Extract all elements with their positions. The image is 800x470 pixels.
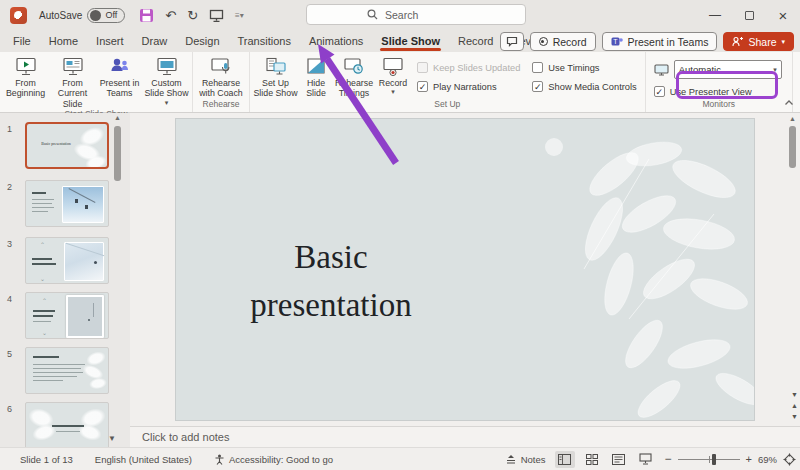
tab-transitions[interactable]: Transitions: [229, 32, 300, 50]
slide-counter[interactable]: Slide 1 of 13: [20, 454, 73, 465]
teams-people-icon: [109, 56, 131, 76]
maximize-button[interactable]: [732, 0, 766, 30]
monitor-select[interactable]: Automatic ▾: [674, 60, 782, 79]
slide-nav-cluster: ▼ ▲ ▼: [791, 391, 798, 420]
tab-insert[interactable]: Insert: [87, 32, 133, 50]
hide-slide-button[interactable]: Hide Slide: [299, 55, 333, 99]
rehearse-with-coach-label: Rehearse with Coach: [195, 78, 247, 99]
view-switcher: [555, 451, 656, 468]
start-presentation-icon[interactable]: [209, 9, 224, 22]
from-beginning-button[interactable]: From Beginning: [2, 55, 49, 99]
scroll-up-icon[interactable]: ▲: [789, 115, 796, 122]
slide-thumbnail-3[interactable]: ⌃ ⌄: [25, 237, 109, 284]
zoom-slider[interactable]: [678, 459, 740, 460]
redo-icon[interactable]: ↻: [187, 8, 198, 23]
collapse-ribbon-icon[interactable]: [784, 99, 794, 106]
group-monitors: Automatic ▾ ✓ Use Presenter View Monitor…: [646, 52, 793, 112]
main-scroll-thumb[interactable]: [789, 126, 796, 168]
notes-toggle-button[interactable]: Notes: [505, 454, 546, 465]
autosave-toggle[interactable]: Off: [87, 8, 125, 23]
slide-show-view-button[interactable]: [636, 451, 656, 468]
custom-slide-show-button[interactable]: Custom Slide Show ▾: [143, 55, 190, 106]
use-timings-checkbox[interactable]: Use Timings: [532, 62, 636, 73]
panel-scroll-thumb[interactable]: [114, 126, 121, 181]
slide-show-view-icon: [639, 453, 652, 465]
tab-draw[interactable]: Draw: [133, 32, 177, 50]
group-start-slide-show: From Beginning From Current Slide: [0, 52, 193, 112]
from-beginning-label: From Beginning: [2, 78, 49, 99]
share-icon: [732, 36, 743, 47]
present-in-teams-ribbon-button[interactable]: Present in Teams: [96, 55, 143, 99]
slide-number: 5: [7, 349, 12, 359]
scroll-down-icon[interactable]: ▼: [791, 391, 798, 398]
record-slideshow-icon: [382, 56, 404, 76]
present-in-teams-button[interactable]: T Present in Teams: [602, 32, 718, 51]
slide-thumbnail-6[interactable]: [25, 402, 109, 449]
previous-slide-button[interactable]: ▲: [791, 402, 798, 409]
tab-record[interactable]: Record: [449, 32, 502, 50]
setup-checkbox-col-1: Keep Slides Updated ✓ Play Narrations: [411, 55, 526, 92]
fit-slide-to-window-icon[interactable]: [783, 453, 796, 466]
tab-design[interactable]: Design: [176, 32, 228, 50]
tab-slide-show[interactable]: Slide Show: [372, 32, 449, 50]
comments-button[interactable]: [500, 32, 524, 51]
notes-pane[interactable]: Click to add notes: [130, 426, 800, 447]
record-button[interactable]: Record: [530, 32, 596, 51]
normal-view-button[interactable]: [555, 451, 575, 468]
notes-toggle-label: Notes: [521, 454, 546, 465]
slide-thumbnail-2[interactable]: [25, 180, 109, 227]
autosave-control[interactable]: AutoSave Off: [39, 8, 125, 23]
keep-slides-updated-checkbox[interactable]: Keep Slides Updated: [417, 62, 520, 73]
monitor-slide-icon: [62, 56, 84, 76]
show-media-controls-checkbox[interactable]: ✓ Show Media Controls: [532, 81, 636, 92]
thumb-title-text: Basic presentation: [35, 141, 77, 146]
save-icon[interactable]: [139, 8, 154, 23]
share-button[interactable]: Share ▾: [723, 32, 794, 51]
play-narrations-checkbox[interactable]: ✓ Play Narrations: [417, 81, 520, 92]
zoom-out-button[interactable]: −: [665, 452, 672, 466]
rehearse-with-coach-button[interactable]: Rehearse with Coach: [195, 55, 247, 99]
zoom-slider-thumb[interactable]: [712, 454, 716, 465]
slide-thumbnail-panel: 1 Basic presentation 2 3 ⌃: [0, 113, 130, 447]
setup-checkbox-col-2: Use Timings ✓ Show Media Controls: [526, 55, 642, 92]
use-presenter-view-checkbox[interactable]: ✓ Use Presenter View: [654, 86, 782, 97]
from-current-slide-button[interactable]: From Current Slide: [49, 55, 96, 109]
tab-file[interactable]: File: [4, 32, 40, 50]
set-up-slide-show-button[interactable]: Set Up Slide Show: [252, 55, 299, 99]
slide-sorter-view-button[interactable]: [582, 451, 602, 468]
zoom-percentage[interactable]: 69%: [758, 454, 777, 465]
notes-placeholder[interactable]: Click to add notes: [142, 431, 229, 443]
checkbox-checked-icon: ✓: [654, 86, 665, 97]
scroll-up-icon[interactable]: ▲: [114, 114, 121, 121]
rehearse-timings-label: Rehearse Timings: [333, 78, 375, 99]
main-scrollbar[interactable]: ▲: [788, 115, 798, 424]
slide-title-text[interactable]: Basic presentation: [176, 234, 486, 330]
accessibility-status[interactable]: Accessibility: Good to go: [214, 454, 333, 465]
hide-slide-icon: [306, 56, 326, 76]
close-button[interactable]: ×: [766, 0, 800, 30]
reading-view-button[interactable]: [609, 451, 629, 468]
language-indicator[interactable]: English (United States): [95, 454, 192, 465]
panel-scrollbar[interactable]: ▲: [114, 116, 121, 441]
zoom-in-button[interactable]: +: [746, 453, 752, 465]
slide-thumbnail-1[interactable]: Basic presentation: [25, 122, 109, 169]
title-bar: AutoSave Off ↶ ↻ ≡▾ Search — ×: [0, 0, 800, 30]
comment-icon: [506, 36, 518, 47]
slide-thumbnail-4[interactable]: ⌃ ⌄: [25, 292, 109, 339]
slide-canvas[interactable]: Basic presentation: [176, 119, 754, 420]
custom-slide-show-caret-icon: ▾: [165, 99, 169, 106]
search-input[interactable]: Search: [306, 4, 526, 25]
minimize-button[interactable]: —: [698, 0, 732, 30]
slide-thumbnail-5[interactable]: [25, 347, 109, 394]
panel-scroll-down-icon[interactable]: ▼: [108, 434, 116, 443]
tab-animations[interactable]: Animations: [300, 32, 372, 50]
combo-caret-icon: ▾: [773, 66, 777, 74]
monitor-icon: [654, 64, 669, 76]
next-slide-button[interactable]: ▼: [791, 413, 798, 420]
undo-icon[interactable]: ↶: [165, 8, 176, 23]
customize-qat-icon[interactable]: ≡▾: [235, 11, 244, 20]
tab-home[interactable]: Home: [40, 32, 87, 50]
rehearse-timings-button[interactable]: Rehearse Timings: [333, 55, 375, 99]
coach-mic-icon: [210, 56, 232, 76]
record-ribbon-button[interactable]: Record ▾: [375, 55, 411, 95]
